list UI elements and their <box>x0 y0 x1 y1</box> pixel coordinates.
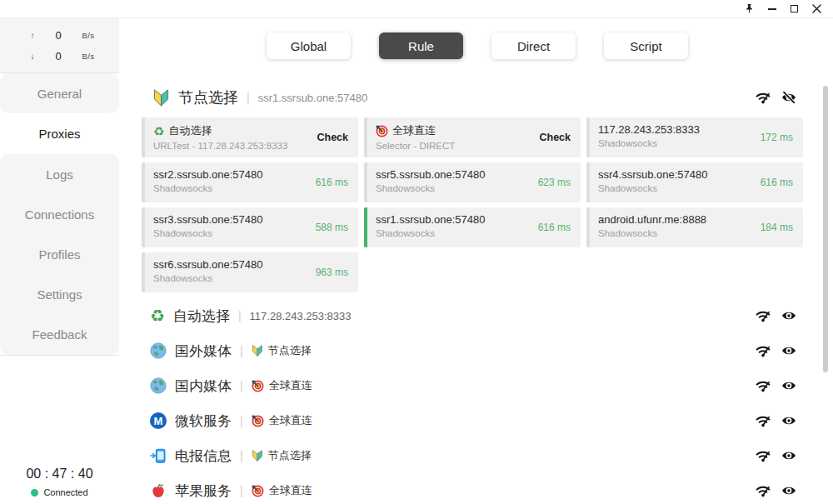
proxy-type: Shadowsocks <box>376 183 532 193</box>
pin-icon[interactable] <box>738 0 761 18</box>
download-value: 0 <box>47 50 70 62</box>
tab-rule[interactable]: Rule <box>379 32 463 59</box>
upload-unit: B/s <box>70 31 107 40</box>
proxy-name: ssr1.ssrsub.one:57480 <box>376 213 532 226</box>
group-name: 自动选择 <box>173 307 230 326</box>
proxy-type: Selector - DIRECT <box>376 141 532 151</box>
latency-badge: 184 ms <box>761 222 793 233</box>
proxy-card[interactable]: ssr3.ssrsub.one:57480 Shadowsocks 588 ms <box>142 207 358 247</box>
title-bar <box>0 0 833 18</box>
group-name: 微软服务 <box>175 412 232 431</box>
eye-icon[interactable] <box>781 415 796 427</box>
proxy-group-row[interactable]: 国内媒体 | 全球直连 <box>142 368 803 403</box>
proxy-card[interactable]: android.ufunr.me:8888 Shadowsocks 184 ms <box>586 207 803 247</box>
proxy-group-row[interactable]: 国外媒体 | 节点选择 <box>142 333 803 368</box>
proxy-card[interactable]: ssr6.ssrsub.one:57480 Shadowsocks 963 ms <box>142 252 358 292</box>
scrollbar[interactable] <box>823 86 828 372</box>
eye-icon[interactable] <box>781 450 796 462</box>
proxy-name: ssr4.ssrsub.one:57480 <box>598 168 755 181</box>
check-button[interactable]: Check <box>317 132 348 143</box>
proxy-type: Shadowsocks <box>598 228 755 238</box>
sidebar-item-proxies[interactable]: Proxies <box>0 113 119 154</box>
proxy-type: URLTest - 117.28.243.253:8333 <box>153 141 310 151</box>
speedtest-icon[interactable] <box>756 414 771 428</box>
m-circle-icon <box>150 412 167 429</box>
proxy-group-row[interactable]: 微软服务 | 全球直连 <box>142 403 803 438</box>
speedtest-icon[interactable] <box>756 344 771 358</box>
beginner-badge-icon <box>252 449 263 462</box>
latency-badge: 588 ms <box>316 222 348 233</box>
status-label: Connected <box>43 487 87 497</box>
sidebar-item-logs[interactable]: Logs <box>0 154 119 194</box>
proxy-type: Shadowsocks <box>598 138 755 148</box>
proxy-name: ssr3.ssrsub.one:57480 <box>153 213 310 226</box>
latency-badge: 616 ms <box>316 177 348 188</box>
separator: | <box>240 344 243 357</box>
tab-direct[interactable]: Direct <box>491 32 576 59</box>
sidebar-item-settings[interactable]: Settings <box>0 274 119 314</box>
eye-icon[interactable] <box>781 380 796 392</box>
separator: | <box>247 91 250 104</box>
group-current-proxy: 全球直连 <box>269 413 312 428</box>
sidebar: ↑ 0 B/s ↓ 0 B/s General Proxies Logs Con… <box>0 18 119 503</box>
upload-value: 0 <box>47 29 70 42</box>
eye-icon[interactable] <box>781 310 796 322</box>
proxy-name: 117.28.243.253:8333 <box>598 123 755 136</box>
tab-global[interactable]: Global <box>267 32 351 59</box>
sidebar-item-general[interactable]: General <box>0 73 119 113</box>
proxy-name: android.ufunr.me:8888 <box>598 213 755 226</box>
down-arrow-icon: ↓ <box>18 52 47 61</box>
sidebar-item-feedback[interactable]: Feedback <box>0 314 119 354</box>
latency-badge: 623 ms <box>538 177 571 188</box>
check-button[interactable]: Check <box>539 132 571 143</box>
recycle-icon: ♻ <box>150 307 165 324</box>
proxy-card[interactable]: ssr2.ssrsub.one:57480 Shadowsocks 616 ms <box>142 162 358 202</box>
connection-timer: 00 : 47 : 40 <box>0 467 119 482</box>
speedtest-icon[interactable] <box>756 309 771 323</box>
proxy-card[interactable]: ♻ 自动选择 URLTest - 117.28.243.253:8333 Che… <box>142 117 358 157</box>
proxy-card[interactable]: ssr5.ssrsub.one:57480 Shadowsocks 623 ms <box>364 162 581 202</box>
proxy-group-row[interactable]: ♻ 自动选择 | 117.28.243.253:8333 <box>142 298 803 333</box>
proxy-card-selected[interactable]: ssr1.ssrsub.one:57480 Shadowsocks 616 ms <box>364 207 581 247</box>
proxy-name: ssr5.ssrsub.one:57480 <box>376 168 532 181</box>
group-current-proxy: 节点选择 <box>268 448 312 463</box>
proxy-group-row[interactable]: 苹果服务 | 全球直连 <box>142 473 803 504</box>
proxy-name: ssr2.ssrsub.one:57480 <box>153 168 310 181</box>
proxy-group-header[interactable]: 节点选择 | ssr1.ssrsub.one:57480 <box>142 86 803 109</box>
minimize-icon[interactable] <box>761 0 783 18</box>
group-current-proxy: 全球直连 <box>269 483 312 498</box>
maximize-icon[interactable] <box>783 0 806 18</box>
traffic-panel: ↑ 0 B/s ↓ 0 B/s <box>0 18 119 73</box>
group-current-proxy: ssr1.ssrsub.one:57480 <box>258 92 368 104</box>
speedtest-icon[interactable] <box>756 91 771 105</box>
tab-script[interactable]: Script <box>604 32 688 59</box>
apple-icon <box>150 482 167 499</box>
latency-badge: 963 ms <box>316 267 348 278</box>
speedtest-icon[interactable] <box>756 449 771 463</box>
sidebar-divider <box>0 355 119 356</box>
mode-tabs: Global Rule Direct Script <box>267 32 688 59</box>
sidebar-item-connections[interactable]: Connections <box>0 194 119 234</box>
eye-icon[interactable] <box>781 485 796 497</box>
eye-off-icon[interactable] <box>781 92 796 103</box>
proxy-card[interactable]: 全球直连 Selector - DIRECT Check <box>364 117 581 157</box>
recycle-icon: ♻ <box>153 125 164 137</box>
proxy-group-row[interactable]: 电报信息 | 节点选择 <box>142 438 803 473</box>
target-icon <box>252 380 264 392</box>
target-icon <box>252 485 264 497</box>
proxy-card[interactable]: 117.28.243.253:8333 Shadowsocks 172 ms <box>586 117 803 157</box>
proxy-name: 全球直连 <box>376 123 532 138</box>
separator: | <box>238 309 242 322</box>
speedtest-icon[interactable] <box>756 379 771 393</box>
latency-badge: 616 ms <box>761 177 793 188</box>
proxy-card[interactable]: ssr4.ssrsub.one:57480 Shadowsocks 616 ms <box>586 162 803 202</box>
proxy-card-grid: ♻ 自动选择 URLTest - 117.28.243.253:8333 Che… <box>142 117 803 292</box>
latency-badge: 616 ms <box>538 222 571 233</box>
speedtest-icon[interactable] <box>756 484 771 498</box>
group-name: 节点选择 <box>178 87 238 107</box>
sidebar-item-profiles[interactable]: Profiles <box>0 234 119 274</box>
proxy-type: Shadowsocks <box>153 228 310 238</box>
group-current-proxy: 全球直连 <box>269 378 312 393</box>
eye-icon[interactable] <box>781 345 796 357</box>
close-icon[interactable] <box>806 0 828 18</box>
